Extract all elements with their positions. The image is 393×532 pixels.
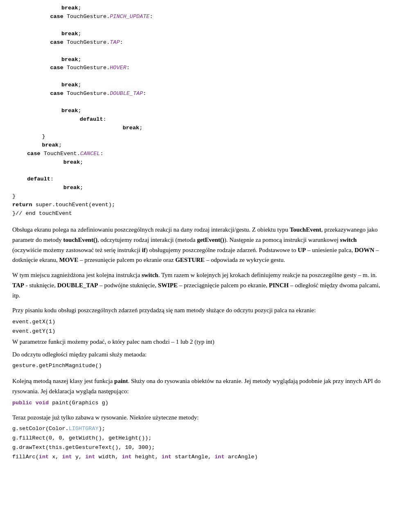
paragraph-3: Przy pisaniu kodu obsługi poszczególnych…	[12, 305, 381, 316]
param-section: W parametrze funkcji możemy podać, o któ…	[12, 337, 381, 370]
paragraph-2: W tym miejscu zagnieżdżona jest kolejna …	[12, 270, 381, 300]
page-content: break; case TouchGesture.PINCH_UPDATE: b…	[12, 4, 381, 462]
event-methods: event.getX(1) event.getY(1)	[12, 318, 381, 336]
paint-section: Kolejną metodą naszej klasy jest funkcja…	[12, 376, 381, 407]
code-block-top: break; case TouchGesture.PINCH_UPDATE: b…	[12, 4, 381, 218]
paragraph-1: Obsługa ekranu polega na zdefiniowaniu p…	[12, 225, 381, 265]
drawing-section: Teraz pozostaje już tylko zabawa w rysow…	[12, 413, 381, 462]
